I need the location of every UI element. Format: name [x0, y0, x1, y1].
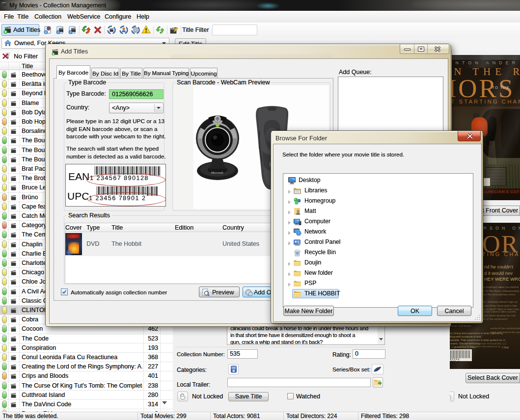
svg-text:Microsoft: Microsoft: [211, 171, 223, 174]
